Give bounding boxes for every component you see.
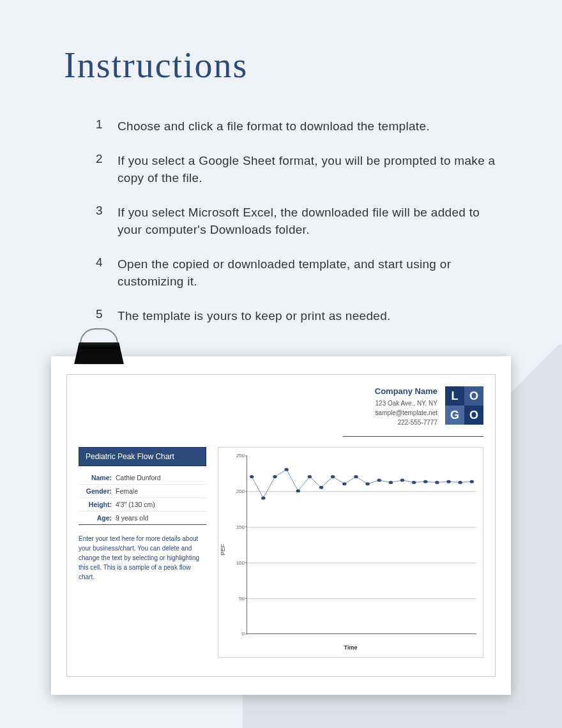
info-label: Name: xyxy=(79,474,116,482)
svg-point-11 xyxy=(377,479,381,482)
list-item: 4Open the copied or downloaded template,… xyxy=(96,255,505,291)
item-number: 4 xyxy=(96,255,103,291)
instructions-list: 1Choose and click a file format to downl… xyxy=(64,118,505,324)
y-tick-label: 50 xyxy=(231,595,245,601)
list-item: 1Choose and click a file format to downl… xyxy=(96,118,505,135)
svg-point-9 xyxy=(354,475,358,478)
logo-letter: O xyxy=(464,406,483,425)
info-row: Gender:Female xyxy=(79,485,206,498)
company-name: Company Name xyxy=(375,386,437,396)
svg-point-3 xyxy=(284,468,288,471)
info-label: Height: xyxy=(79,501,116,508)
svg-point-7 xyxy=(331,475,335,478)
svg-point-2 xyxy=(273,475,277,478)
svg-point-5 xyxy=(308,475,312,478)
info-value: Female xyxy=(116,487,138,495)
company-email: sample@template.net xyxy=(375,408,437,418)
binder-clip-icon xyxy=(70,328,128,379)
item-text: Open the copied or downloaded template, … xyxy=(118,255,505,291)
template-border: Company Name 123 Oak Ave., NY, NY sample… xyxy=(66,374,496,677)
y-tick-label: 200 xyxy=(231,489,245,494)
info-label: Gender: xyxy=(79,487,116,495)
svg-point-16 xyxy=(435,481,439,484)
svg-point-8 xyxy=(342,483,346,486)
svg-point-19 xyxy=(470,480,474,483)
list-item: 2If you select a Google Sheet format, yo… xyxy=(96,152,505,187)
info-row: Height:4'3" (130 cm) xyxy=(79,498,206,512)
svg-point-0 xyxy=(250,475,254,478)
y-tick-label: 150 xyxy=(231,524,245,529)
plot-area: 050100150200250 xyxy=(247,455,476,634)
info-value: 9 years old xyxy=(116,514,148,522)
item-text: If you select a Google Sheet format, you… xyxy=(118,152,505,187)
info-value: Cathie Dunford xyxy=(116,474,161,482)
template-paper: Company Name 123 Oak Ave., NY, NY sample… xyxy=(51,356,511,695)
list-item: 5The template is yours to keep or print … xyxy=(96,307,505,325)
page-content: Instructions 1Choose and click a file fo… xyxy=(0,0,562,695)
svg-point-12 xyxy=(389,481,393,484)
svg-point-10 xyxy=(365,483,369,486)
svg-point-13 xyxy=(400,479,404,482)
item-text: Choose and click a file format to downlo… xyxy=(118,118,430,135)
item-text: If you select Microsoft Excel, the downl… xyxy=(118,204,505,239)
y-tick-label: 100 xyxy=(231,559,245,565)
item-number: 2 xyxy=(96,152,103,187)
divider xyxy=(343,436,483,437)
logo-icon: L O G O xyxy=(445,386,483,427)
svg-point-6 xyxy=(319,486,323,489)
x-axis-label: Time xyxy=(218,644,483,651)
item-number: 5 xyxy=(96,307,103,325)
company-block: Company Name 123 Oak Ave., NY, NY sample… xyxy=(375,386,437,427)
svg-point-14 xyxy=(412,481,416,484)
template-body: Pediatric Peak Flow Chart Name:Cathie Du… xyxy=(79,447,483,658)
y-axis-label: PEF xyxy=(220,544,226,556)
template-header: Company Name 123 Oak Ave., NY, NY sample… xyxy=(79,386,483,427)
logo-letter: L xyxy=(445,386,464,406)
chart-title-badge: Pediatric Peak Flow Chart xyxy=(79,447,206,466)
company-address: 123 Oak Ave., NY, NY xyxy=(375,398,437,408)
info-value: 4'3" (130 cm) xyxy=(116,501,155,508)
y-tick-label: 250 xyxy=(231,453,245,459)
logo-letter: G xyxy=(445,406,464,425)
patient-info: Name:Cathie Dunford Gender:Female Height… xyxy=(79,471,206,525)
list-item: 3If you select Microsoft Excel, the down… xyxy=(96,204,505,239)
svg-point-1 xyxy=(261,497,265,500)
page-title: Instructions xyxy=(64,45,505,86)
svg-point-18 xyxy=(458,481,462,484)
svg-point-4 xyxy=(296,490,300,493)
y-tick-label: 0 xyxy=(231,631,245,637)
item-number: 1 xyxy=(96,118,103,135)
item-text: The template is yours to keep or print a… xyxy=(118,307,391,325)
company-phone: 222-555-7777 xyxy=(375,418,437,427)
peak-flow-chart: PEF 050100150200250 Time xyxy=(218,447,483,658)
svg-point-17 xyxy=(446,480,450,483)
info-row: Age:9 years old xyxy=(79,512,206,525)
template-preview: Company Name 123 Oak Ave., NY, NY sample… xyxy=(51,356,511,695)
info-label: Age: xyxy=(79,514,116,522)
item-number: 3 xyxy=(96,204,103,239)
logo-letter: O xyxy=(464,386,483,406)
info-panel: Pediatric Peak Flow Chart Name:Cathie Du… xyxy=(79,447,206,658)
description-text: Enter your text here for more details ab… xyxy=(79,534,206,582)
info-row: Name:Cathie Dunford xyxy=(79,471,206,485)
svg-point-15 xyxy=(423,480,427,483)
